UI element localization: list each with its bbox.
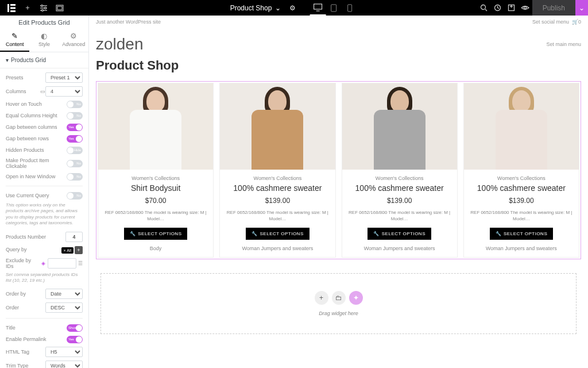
product-title: 100% cashmere sweater [346, 183, 454, 193]
tablet-device-icon[interactable] [326, 0, 342, 16]
product-card[interactable]: Women's Collections100% cashmere sweater… [342, 83, 458, 258]
svg-point-8 [45, 7, 47, 9]
label-order: Order [6, 305, 45, 310]
ai-icon[interactable]: ✦ [349, 291, 363, 305]
search-icon[interactable] [477, 1, 491, 15]
product-title: 100% cashmere sweater [223, 183, 331, 193]
toggle-gap-columns[interactable]: Yes [67, 124, 83, 131]
hint-use-current-query: This option works only on the products a… [6, 201, 83, 230]
section-products-grid[interactable]: ▾Products Grid [0, 52, 88, 68]
hint-exclude: Set comma separated products IDs list (1… [6, 271, 83, 288]
product-card[interactable]: Women's CollectionsShirt Bodysuit$70.00R… [98, 83, 214, 258]
product-price: $139.00 [467, 197, 575, 205]
select-html-tag[interactable]: H5 [45, 347, 83, 357]
select-presets[interactable]: Preset 1 [45, 72, 83, 83]
product-image [220, 83, 335, 170]
toggle-equal-height[interactable]: No [67, 112, 83, 120]
label-gap-rows: Gap between rows [6, 136, 67, 141]
pencil-icon: ✎ [0, 32, 29, 40]
product-card[interactable]: Women's Collections100% cashmere sweater… [219, 83, 335, 258]
label-gap-columns: Gap between columns [6, 124, 67, 130]
drop-zone[interactable]: + 🗀 ✦ Drag widget here [100, 273, 577, 334]
label-query-by: Query by [6, 247, 61, 252]
tab-advanced[interactable]: ⚙Advanced [59, 29, 88, 52]
page-selector[interactable]: Product Shop ⌄ [230, 4, 281, 12]
svg-rect-3 [10, 10, 16, 12]
product-price: $70.00 [102, 197, 210, 205]
gear-icon: ⚙ [59, 32, 88, 40]
svg-point-16 [481, 5, 486, 10]
add-section-icon[interactable]: + [315, 291, 328, 305]
page-title: Product Shop [96, 58, 581, 73]
structure-icon[interactable] [53, 1, 67, 15]
editor-canvas: Just another WordPress site Set social m… [89, 16, 588, 368]
cart-icon[interactable]: 🛒0 [572, 19, 581, 25]
product-card[interactable]: Women's Collections100% cashmere sweater… [463, 83, 579, 258]
select-options-button[interactable]: 🔧SELECT OPTIONS [246, 228, 310, 240]
site-settings-icon[interactable] [37, 1, 51, 15]
mobile-device-icon[interactable] [342, 0, 358, 16]
tab-content[interactable]: ✎Content [0, 29, 29, 52]
svg-rect-14 [331, 5, 336, 12]
template-library-icon[interactable]: 🗀 [332, 291, 346, 305]
label-order-by: Order by [6, 291, 45, 297]
toggle-hidden[interactable]: Hide [67, 147, 83, 154]
svg-rect-15 [348, 5, 352, 12]
label-html-tag: HTML Tag [6, 349, 45, 355]
drop-zone-text: Drag widget here [118, 310, 559, 316]
select-trim-type[interactable]: Words [45, 361, 83, 368]
product-title: Shirt Bodysuit [102, 183, 210, 193]
product-category: Women's Collections [223, 175, 331, 181]
svg-point-7 [41, 5, 43, 6]
svg-rect-1 [10, 4, 16, 6]
add-element-icon[interactable]: ＋ [21, 1, 34, 15]
select-order-by[interactable]: Date [45, 289, 83, 299]
products-grid-widget[interactable]: Women's CollectionsShirt Bodysuit$70.00R… [96, 81, 581, 259]
toggle-use-current-query[interactable]: No [67, 192, 83, 200]
droplet-icon: ◐ [29, 32, 59, 40]
toggle-permalink[interactable]: Yes [67, 336, 83, 343]
wrench-icon: 🔧 [373, 231, 380, 236]
product-tag: Woman Jumpers and sweaters [467, 246, 575, 251]
tab-style[interactable]: ◐Style [29, 29, 59, 52]
select-options-button[interactable]: 🔧SELECT OPTIONS [124, 228, 188, 240]
select-columns[interactable]: 4 [45, 86, 83, 97]
toggle-clickable[interactable]: No [67, 160, 83, 167]
product-title: 100% cashmere sweater [467, 183, 575, 193]
add-query-icon[interactable]: + [75, 246, 83, 254]
select-options-button[interactable]: 🔧SELECT OPTIONS [490, 228, 554, 240]
input-exclude[interactable] [48, 258, 76, 269]
badge-query-all[interactable]: × All [61, 247, 74, 254]
site-brand: zolden [96, 35, 144, 53]
chevron-down-icon: ⌄ [275, 4, 281, 12]
history-icon[interactable] [491, 1, 505, 15]
caret-down-icon: ▾ [6, 57, 9, 63]
desktop-device-icon[interactable] [310, 0, 326, 16]
database-icon[interactable]: ☰ [78, 260, 83, 266]
responsive-icon[interactable]: ▭ [40, 89, 45, 94]
select-order[interactable]: DESC [45, 302, 83, 313]
social-menu-link[interactable]: Set social menu [532, 19, 569, 25]
toggle-hover[interactable]: No [67, 101, 83, 108]
svg-rect-12 [314, 4, 322, 9]
page-settings-icon[interactable]: ⚙ [285, 1, 299, 15]
whats-new-icon[interactable] [505, 1, 519, 15]
publish-options-icon[interactable]: ⌄ [575, 0, 588, 16]
toggle-gap-rows[interactable]: Yes [67, 135, 83, 143]
preview-icon[interactable] [519, 1, 532, 15]
input-products-number[interactable] [65, 232, 83, 242]
label-permalink: Enable Permalink [6, 336, 67, 342]
product-image [464, 83, 579, 170]
elementor-logo-icon[interactable] [5, 1, 18, 15]
toggle-title[interactable]: Show [67, 324, 83, 332]
product-category: Women's Collections [102, 175, 210, 181]
dynamic-icon[interactable]: ◈ [41, 260, 45, 266]
top-toolbar: ＋ Product Shop ⌄ ⚙ Publish ⌄ [0, 0, 588, 16]
toggle-new-window[interactable]: No [67, 173, 83, 181]
page-name: Product Shop [230, 4, 272, 12]
product-tag: Woman Jumpers and sweaters [346, 246, 454, 251]
select-options-button[interactable]: 🔧SELECT OPTIONS [368, 228, 431, 240]
main-menu-link[interactable]: Set main menu [546, 41, 581, 47]
label-use-current-query: Use Current Query [6, 193, 67, 198]
publish-button[interactable]: Publish [532, 0, 575, 16]
